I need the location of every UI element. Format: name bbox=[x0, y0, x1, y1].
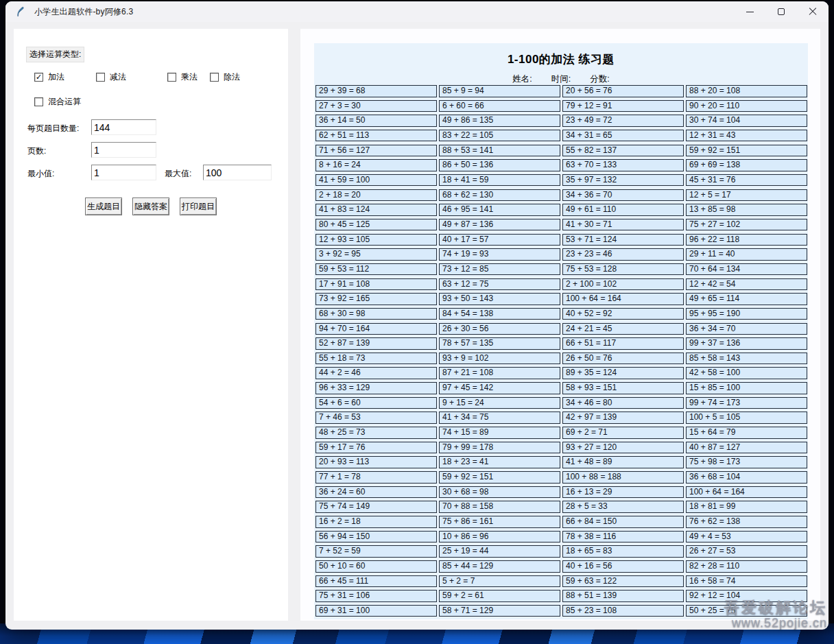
problem-cell: 79 + 12 = 91 bbox=[562, 100, 684, 112]
problem-cell: 66 + 84 = 150 bbox=[562, 516, 684, 528]
checkbox-division-box bbox=[210, 73, 219, 82]
problem-cell: 20 + 93 = 113 bbox=[315, 456, 437, 468]
problem-cell: 63 + 12 = 75 bbox=[439, 278, 560, 291]
problem-cell: 78 + 57 = 135 bbox=[439, 337, 560, 350]
problem-cell: 53 + 71 = 124 bbox=[562, 234, 684, 246]
problem-cell: 75 + 27 = 102 bbox=[686, 219, 807, 231]
problem-cell: 55 + 82 = 137 bbox=[562, 145, 684, 157]
problem-cell: 27 + 3 = 30 bbox=[315, 100, 437, 112]
control-panel: 选择运算类型: ✓ 加法 减法 乘法 除法 混合运算 每页题目数量: 页数: 最… bbox=[14, 29, 288, 621]
problem-cell: 13 + 85 = 98 bbox=[686, 204, 807, 216]
checkbox-mixed[interactable]: 混合运算 bbox=[34, 96, 81, 108]
problem-cell: 79 + 99 = 178 bbox=[439, 442, 560, 454]
problem-cell: 26 + 30 = 56 bbox=[439, 323, 560, 335]
problem-cell: 41 + 83 = 124 bbox=[315, 204, 437, 216]
hide-answers-button[interactable]: 隐藏答案 bbox=[132, 198, 169, 215]
problem-cell: 45 + 31 = 76 bbox=[686, 174, 807, 187]
window-title: 小学生出题软件-by阿修6.3 bbox=[34, 6, 133, 18]
problem-cell: 58 + 71 = 129 bbox=[439, 605, 560, 617]
worksheet-title: 1-100的加法 练习题 bbox=[314, 51, 808, 67]
problem-cell: 26 + 50 = 76 bbox=[562, 353, 684, 365]
checkbox-division-label: 除法 bbox=[224, 71, 240, 83]
min-value-input[interactable] bbox=[91, 165, 156, 180]
problem-cell: 52 + 87 = 139 bbox=[315, 337, 437, 350]
max-value-label: 最大值: bbox=[165, 168, 191, 180]
problem-cell: 100 + 5 = 105 bbox=[686, 412, 807, 424]
problem-cell: 96 + 22 = 118 bbox=[686, 234, 807, 246]
max-value-input[interactable] bbox=[203, 165, 272, 180]
maximize-button[interactable] bbox=[765, 1, 797, 22]
problem-cell: 85 + 44 = 129 bbox=[439, 560, 560, 573]
checkbox-addition-box: ✓ bbox=[34, 73, 43, 82]
per-page-count-input[interactable] bbox=[91, 119, 156, 135]
problem-cell: 41 + 59 = 100 bbox=[315, 174, 437, 187]
checkbox-subtraction-label: 减法 bbox=[110, 71, 126, 83]
problem-cell: 85 + 58 = 143 bbox=[686, 353, 807, 365]
problem-cell: 16 + 58 = 74 bbox=[686, 575, 807, 588]
problem-cell: 6 + 60 = 66 bbox=[439, 100, 560, 112]
problem-cell: 7 + 52 = 59 bbox=[315, 545, 437, 558]
problem-cell: 16 + 2 = 18 bbox=[315, 516, 437, 528]
problem-cell: 49 + 4 = 53 bbox=[686, 531, 807, 543]
problem-cell: 76 + 62 = 138 bbox=[686, 516, 807, 528]
problem-cell: 54 + 6 = 60 bbox=[315, 397, 437, 409]
problem-cell: 59 + 63 = 122 bbox=[562, 575, 684, 588]
problem-cell: 20 + 56 = 76 bbox=[562, 85, 684, 97]
checkbox-division[interactable]: 除法 bbox=[210, 71, 240, 83]
problem-cell: 77 + 1 = 78 bbox=[315, 471, 437, 484]
minimize-icon bbox=[746, 12, 754, 12]
titlebar: 小学生出题软件-by阿修6.3 bbox=[5, 1, 829, 22]
worksheet-panel: 1-100的加法 练习题 姓名: 时间: 分数: 29 + 39 = 6827 … bbox=[300, 29, 820, 621]
problem-cell: 26 + 27 = 53 bbox=[686, 545, 807, 558]
problem-cell: 2 + 18 = 20 bbox=[315, 189, 437, 202]
problem-cell: 86 + 50 = 136 bbox=[439, 159, 560, 171]
problem-cell: 93 + 50 = 143 bbox=[439, 293, 560, 305]
problem-cell: 68 + 62 = 130 bbox=[439, 189, 560, 202]
problem-cell: 88 + 20 = 108 bbox=[686, 85, 807, 97]
print-button[interactable]: 打印题目 bbox=[180, 198, 217, 215]
problem-cell: 48 + 25 = 73 bbox=[315, 427, 437, 439]
minimize-button[interactable] bbox=[734, 1, 765, 22]
generate-button[interactable]: 生成题目 bbox=[85, 198, 122, 215]
problem-cell: 9 + 15 = 24 bbox=[439, 397, 560, 409]
problem-cell: 41 + 30 = 71 bbox=[562, 219, 684, 231]
problem-cell: 99 + 37 = 136 bbox=[686, 337, 807, 350]
problem-cell: 30 + 68 = 98 bbox=[439, 486, 560, 499]
problem-cell: 59 + 92 = 151 bbox=[686, 145, 807, 157]
problem-cell: 18 + 65 = 83 bbox=[562, 545, 684, 558]
problem-cell: 75 + 74 = 149 bbox=[315, 501, 437, 513]
checkbox-mixed-box bbox=[34, 97, 43, 106]
problem-cell: 2 + 100 = 102 bbox=[562, 278, 684, 291]
problem-cell: 56 + 94 = 150 bbox=[315, 531, 437, 543]
problem-cell: 18 + 81 = 99 bbox=[686, 501, 807, 513]
checkbox-addition[interactable]: ✓ 加法 bbox=[34, 71, 64, 83]
problem-cell: 66 + 45 = 111 bbox=[315, 575, 437, 588]
problem-cell: 100 + 64 = 164 bbox=[686, 486, 807, 499]
problem-cell: 12 + 93 = 105 bbox=[315, 234, 437, 246]
problem-cell: 42 + 97 = 139 bbox=[562, 412, 684, 424]
problem-cell: 7 + 46 = 53 bbox=[315, 412, 437, 424]
problem-cell: 41 + 34 = 75 bbox=[439, 412, 560, 424]
close-icon bbox=[809, 8, 817, 16]
per-page-count-label: 每页题目数量: bbox=[27, 123, 79, 134]
problem-cell: 55 + 18 = 73 bbox=[315, 353, 437, 365]
page-count-input[interactable] bbox=[91, 142, 156, 158]
problem-cell: 88 + 53 = 141 bbox=[439, 145, 560, 157]
problem-cell: 5 + 2 = 7 bbox=[439, 575, 560, 588]
problem-cell: 75 + 86 = 161 bbox=[439, 516, 560, 528]
operation-type-label: 选择运算类型: bbox=[26, 47, 84, 62]
problem-cell: 8 + 16 = 24 bbox=[315, 159, 437, 171]
checkbox-subtraction[interactable]: 减法 bbox=[96, 71, 126, 83]
problem-cell: 41 + 48 = 89 bbox=[562, 456, 684, 468]
problem-cell: 94 + 70 = 164 bbox=[315, 323, 437, 335]
problem-cell: 16 + 13 = 29 bbox=[562, 486, 684, 499]
close-button[interactable] bbox=[797, 1, 829, 22]
checkbox-multiplication-label: 乘法 bbox=[181, 71, 198, 83]
checkbox-multiplication[interactable]: 乘法 bbox=[167, 71, 198, 83]
problem-cell: 18 + 41 = 59 bbox=[439, 174, 560, 187]
problem-cell: 36 + 34 = 70 bbox=[686, 323, 807, 335]
page-count-label: 页数: bbox=[27, 145, 46, 157]
problem-cell: 74 + 19 = 93 bbox=[439, 248, 560, 261]
problem-cell: 69 + 31 = 100 bbox=[315, 605, 437, 617]
problem-cell: 25 + 19 = 44 bbox=[439, 545, 560, 558]
